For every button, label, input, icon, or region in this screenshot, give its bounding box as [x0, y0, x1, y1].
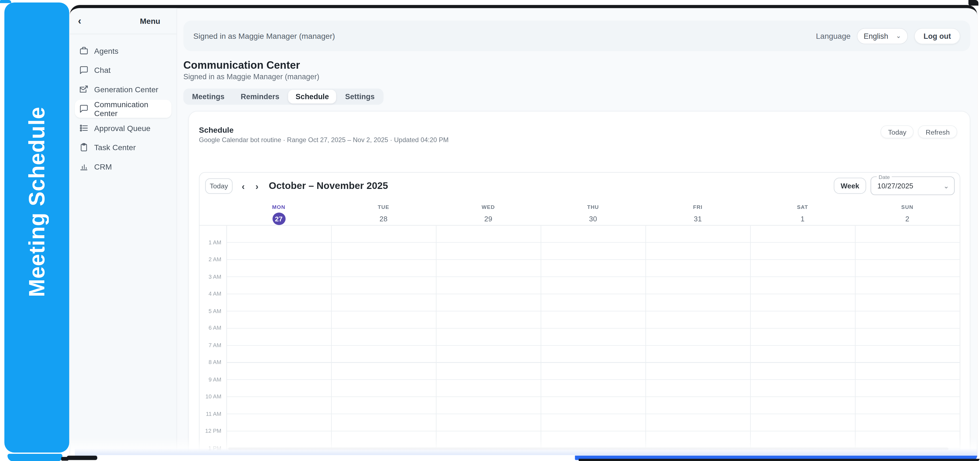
sidebar-item-label: Chat: [94, 66, 111, 75]
time-grid: 1 AM 2 AM 3 AM 4 AM 5 AM 6 AM 7 AM 8 AM …: [200, 226, 960, 459]
main-content: Signed in as Maggie Manager (manager) La…: [177, 8, 977, 459]
sidebar-item-generation-center[interactable]: Generation Center: [75, 80, 172, 99]
sidebar-title: Menu: [140, 17, 160, 25]
day-header-tue[interactable]: TUE 28: [331, 202, 436, 225]
time-label: 1 AM: [200, 234, 223, 251]
day-name: WED: [482, 204, 495, 210]
calendar-toolbar: Today ‹ › October – November 2025 Week D…: [200, 173, 960, 199]
calendar-next-icon[interactable]: ›: [250, 178, 264, 193]
list-checks-icon: [79, 124, 89, 133]
sidebar-item-label: Agents: [94, 46, 119, 56]
page-subtitle: Signed in as Maggie Manager (manager): [183, 72, 320, 81]
schedule-card-title: Schedule: [199, 126, 234, 135]
signed-in-text: Signed in as Maggie Manager (manager): [193, 32, 335, 40]
sidebar-item-task-center[interactable]: Task Center: [75, 138, 172, 157]
language-value: English: [864, 32, 888, 40]
bottom-white-strip: [97, 455, 575, 461]
calendar-date-picker[interactable]: Date 10/27/2025 ⌄: [870, 176, 955, 195]
day-date: 29: [484, 213, 492, 225]
time-label: 12 PM: [200, 423, 223, 440]
date-field-value: 10/27/2025: [877, 182, 913, 189]
day-column-wed[interactable]: [436, 226, 541, 459]
day-name: THU: [587, 204, 599, 210]
time-gutter: 1 AM 2 AM 3 AM 4 AM 5 AM 6 AM 7 AM 8 AM …: [200, 234, 223, 457]
tab-settings[interactable]: Settings: [337, 90, 382, 103]
calendar-today-button[interactable]: Today: [205, 178, 232, 193]
sidebar-item-approval-queue[interactable]: Approval Queue: [75, 119, 172, 137]
sidebar-item-label: CRM: [94, 162, 112, 171]
sidebar-header: ‹ Menu: [70, 8, 177, 34]
calendar-title: October – November 2025: [269, 180, 388, 191]
time-label: 3 AM: [200, 269, 223, 286]
sidebar-item-communication-center[interactable]: Communication Center: [75, 100, 172, 118]
tab-bar: Meetings Reminders Schedule Settings: [183, 89, 383, 105]
day-header-thu[interactable]: THU 30: [541, 202, 646, 225]
day-name: TUE: [378, 204, 390, 210]
calendar-prev-icon[interactable]: ‹: [236, 178, 250, 193]
time-label: 2 AM: [200, 251, 223, 269]
calendar-view-week-button[interactable]: Week: [834, 178, 866, 194]
day-column-mon[interactable]: [227, 226, 332, 459]
time-label: 4 AM: [200, 286, 223, 303]
tab-reminders[interactable]: Reminders: [233, 90, 287, 103]
clipboard-icon: [79, 143, 89, 152]
day-header-row: MON 27 TUE 28 WED 29: [200, 202, 960, 226]
chat-bubble-icon: [79, 65, 89, 75]
bar-chart-icon: [79, 162, 89, 172]
day-name: SUN: [901, 204, 913, 210]
screen: Meeting Schedule ‹ Menu Agents Chat G: [0, 0, 980, 461]
tab-schedule[interactable]: Schedule: [288, 90, 336, 103]
schedule-refresh-button[interactable]: Refresh: [918, 125, 957, 138]
sidebar-item-label: Generation Center: [94, 85, 158, 94]
background-window-edge-cyan: [0, 0, 11, 3]
day-column-thu[interactable]: [541, 226, 646, 459]
sidebar-item-agents[interactable]: Agents: [75, 42, 172, 60]
schedule-card: Schedule Google Calendar bot routine · R…: [188, 111, 970, 459]
time-label: 5 AM: [200, 303, 223, 320]
calendar-panel: Today ‹ › October – November 2025 Week D…: [199, 172, 960, 459]
time-label: 8 AM: [200, 354, 223, 372]
day-date: 31: [694, 213, 702, 225]
sidebar-item-label: Approval Queue: [94, 124, 151, 133]
tab-meetings[interactable]: Meetings: [185, 90, 232, 103]
logout-button[interactable]: Log out: [914, 28, 960, 44]
briefcase-icon: [79, 46, 89, 56]
sidebar-item-label: Task Center: [94, 143, 136, 152]
schedule-card-actions: Today Refresh: [880, 125, 957, 138]
background-window-edge-black: [968, 0, 978, 6]
bottom-left-window-border: [67, 456, 97, 460]
sidebar-item-crm[interactable]: CRM: [75, 157, 172, 176]
time-label: 11 AM: [200, 405, 223, 423]
day-column-fri[interactable]: [646, 226, 751, 459]
day-header-fri[interactable]: FRI 31: [646, 202, 750, 225]
day-name: FRI: [693, 204, 703, 210]
chevron-down-icon: ⌄: [896, 33, 901, 39]
sidebar-item-label: Communication Center: [94, 100, 167, 118]
day-date-today-badge: 27: [272, 213, 285, 225]
sidebar-list: Agents Chat Generation Center Communicat…: [70, 34, 177, 184]
message-square-icon: [79, 104, 89, 114]
back-chevron-icon[interactable]: ‹: [78, 16, 81, 26]
day-header-mon[interactable]: MON 27: [226, 202, 331, 225]
language-label: Language: [816, 32, 851, 40]
day-column-sat[interactable]: [751, 226, 856, 459]
day-header-sun[interactable]: SUN 2: [855, 202, 960, 225]
time-label: 7 AM: [200, 337, 223, 354]
sidebar-item-chat[interactable]: Chat: [75, 61, 172, 79]
session-topbar: Signed in as Maggie Manager (manager) La…: [183, 21, 970, 51]
page-title: Communication Center: [183, 59, 300, 72]
language-select[interactable]: English ⌄: [857, 28, 908, 44]
day-column-tue[interactable]: [332, 226, 436, 459]
chevron-down-icon: ⌄: [943, 182, 949, 189]
schedule-card-subtitle: Google Calendar bot routine · Range Oct …: [199, 136, 449, 143]
time-label: 9 AM: [200, 371, 223, 388]
schedule-today-button[interactable]: Today: [880, 125, 914, 138]
day-header-wed[interactable]: WED 29: [436, 202, 541, 225]
day-column-sun[interactable]: [856, 226, 960, 459]
date-field-label: Date: [877, 174, 892, 180]
day-name: MON: [272, 204, 285, 210]
day-header-sat[interactable]: SAT 1: [750, 202, 855, 225]
day-columns: [226, 226, 960, 459]
banner-title: Meeting Schedule: [24, 107, 49, 348]
time-label: 6 AM: [200, 320, 223, 337]
